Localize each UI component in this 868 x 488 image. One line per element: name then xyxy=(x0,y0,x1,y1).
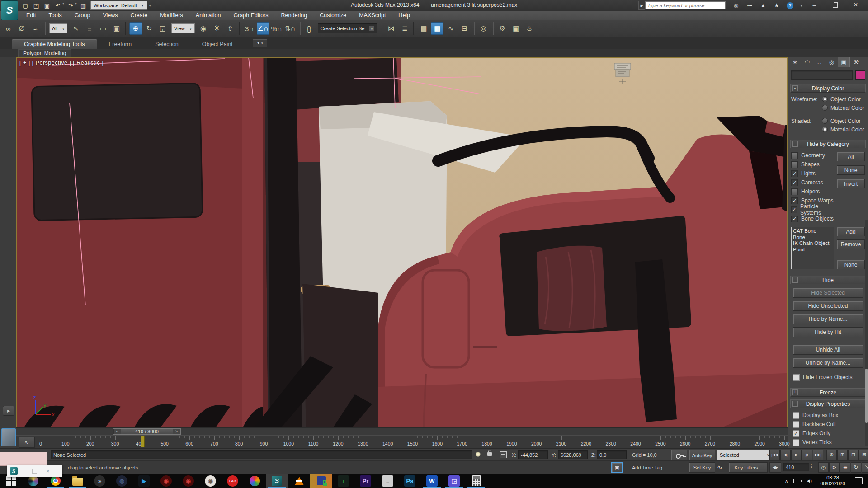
expand-panel-arrow-button[interactable]: ▶ xyxy=(3,406,14,416)
z-coordinate-field[interactable]: 0,0 xyxy=(597,450,627,459)
none-button[interactable]: None xyxy=(837,165,865,175)
named-selection-sets[interactable]: Create Selection Se∨ xyxy=(318,23,377,33)
current-frame-marker[interactable] xyxy=(141,436,145,447)
option-edges-only[interactable]: ✓Edges Only xyxy=(793,429,865,438)
restore-button[interactable] xyxy=(825,0,845,10)
selection-lock-bulb-icon[interactable] xyxy=(476,452,481,457)
go-to-end[interactable]: ▶▶| xyxy=(813,450,823,460)
add-time-tag[interactable]: Add Time Tag xyxy=(632,465,662,470)
schematic-view[interactable]: ⊟ xyxy=(458,22,471,35)
reference-coordinate-system[interactable]: View∨ xyxy=(171,23,195,33)
time-slider-track[interactable]: < 410 / 3000 > xyxy=(16,427,788,436)
rollout-header-hide-by-category[interactable]: - Hide by Category xyxy=(790,140,866,148)
app-light-disc[interactable]: ◉ xyxy=(199,474,222,488)
auto-key-button[interactable]: Auto Key xyxy=(689,450,715,461)
option-backface-cull[interactable]: Backface Cull xyxy=(793,420,865,429)
command-tab-create[interactable]: ∗ xyxy=(789,57,801,67)
set-keys-button[interactable] xyxy=(671,450,687,461)
remove-button[interactable]: Remove xyxy=(837,239,865,249)
battery-icon[interactable] xyxy=(793,479,801,483)
save-file-icon[interactable]: ▣ xyxy=(42,1,52,9)
perspective-viewport[interactable]: [ + ] [ Perspective ] [ Realistic ] x y … xyxy=(16,57,788,428)
category-cameras[interactable]: ✓Cameras xyxy=(791,178,834,187)
keyboard-shortcut-override[interactable]: ⇧ xyxy=(224,22,237,35)
notes-app[interactable]: ≡ xyxy=(377,474,399,488)
selection-filter[interactable]: All∨ xyxy=(49,23,67,33)
material-editor[interactable]: ◎ xyxy=(477,22,490,35)
current-frame-field[interactable]: 410 xyxy=(783,463,809,471)
manage-layers[interactable]: ▤ xyxy=(417,22,430,35)
menu-group[interactable]: Group xyxy=(68,12,97,19)
add-button[interactable]: Add xyxy=(837,227,865,236)
orbit[interactable]: ↻ xyxy=(851,462,861,473)
category-lights[interactable]: ✓Lights xyxy=(791,169,834,178)
hide-by-hitbutton[interactable]: Hide by Hit xyxy=(793,327,863,337)
next-frame-button[interactable]: > xyxy=(173,429,180,434)
menu-create[interactable]: Create xyxy=(124,12,154,19)
percent-snap-toggle[interactable]: %∩ xyxy=(270,22,283,35)
select-and-link[interactable]: ∞ xyxy=(2,22,14,35)
new-scene-icon[interactable]: ▢ xyxy=(21,1,30,9)
archive-lock-app[interactable] xyxy=(310,474,332,488)
object-name-field[interactable] xyxy=(791,70,853,80)
menu-customize[interactable]: Customize xyxy=(313,12,353,19)
command-tab-motion[interactable]: ◎ xyxy=(826,57,838,67)
unhide-allbutton[interactable]: Unhide All xyxy=(793,345,863,355)
ribbon-tab-graphite-modeling-tools[interactable]: Graphite Modeling Tools xyxy=(12,39,97,49)
menu-modifiers[interactable]: Modifiers xyxy=(154,12,189,19)
action-center-icon[interactable] xyxy=(855,477,863,484)
wireframe-object-color-radio[interactable]: Object Color xyxy=(822,95,865,103)
communication-center-icon[interactable]: ▲ xyxy=(760,2,767,9)
selection-filter-flyout[interactable]: ⊳ xyxy=(829,462,840,473)
help-flyout-icon[interactable]: ▼ xyxy=(800,4,803,7)
floating-window-content[interactable] xyxy=(0,452,47,466)
render-production[interactable]: ♨ xyxy=(523,22,536,35)
search-input[interactable] xyxy=(645,1,726,9)
key-mode-toggle[interactable]: ◀▶ xyxy=(769,462,781,473)
app-red-disc-2[interactable]: ◉ xyxy=(177,474,199,488)
expand-icon[interactable]: + xyxy=(792,389,798,395)
open-file-icon[interactable]: ◳ xyxy=(32,1,41,9)
app-violet[interactable]: ◲ xyxy=(443,474,465,488)
key-mode-select[interactable]: Selected∨ xyxy=(717,450,772,460)
file-explorer[interactable] xyxy=(66,474,89,488)
collapse-icon[interactable]: - xyxy=(792,401,798,407)
select-by-name[interactable]: ≡ xyxy=(83,22,96,35)
category-shapes[interactable]: Shapes xyxy=(791,160,834,169)
ribbon-panel-polygon-modeling[interactable]: Polygon Modeling xyxy=(18,49,71,57)
app-dark-disc[interactable]: ◍ xyxy=(111,474,133,488)
collapse-icon[interactable]: - xyxy=(792,141,798,147)
spinner-snap-toggle[interactable]: ⇅∩ xyxy=(284,22,297,35)
unhide-by-name-button[interactable]: Unhide by Name... xyxy=(793,358,863,368)
restore-icon[interactable] xyxy=(32,469,37,474)
zoom[interactable]: ⊕ xyxy=(826,450,837,460)
frame-spinner[interactable]: ▲▼ xyxy=(810,463,813,469)
menu-rendering[interactable]: Rendering xyxy=(275,12,314,19)
key-icon[interactable]: ⊶ xyxy=(746,2,753,9)
rollout-header-freeze[interactable]: + Freeze xyxy=(790,388,866,397)
x-coordinate-field[interactable]: -44,852 xyxy=(518,450,548,459)
tray-clock[interactable]: 03:28 08/02/2020 xyxy=(813,475,852,487)
isolate-selection-toggle[interactable]: ▣ xyxy=(611,462,623,473)
rollout-header-hide[interactable]: - Hide xyxy=(790,276,866,284)
floating-window-title-bar[interactable]: S × xyxy=(7,465,62,477)
select-object[interactable]: ↖ xyxy=(70,22,82,35)
menu-animation[interactable]: Animation xyxy=(189,12,227,19)
none-button[interactable]: None xyxy=(837,260,865,269)
menu-graph-editors[interactable]: Graph Editors xyxy=(227,12,274,19)
align[interactable]: ≣ xyxy=(398,22,411,35)
go-to-start[interactable]: |◀◀ xyxy=(769,450,780,460)
option-vertex-ticks[interactable]: Vertex Ticks xyxy=(793,438,865,447)
new-key-curve-icon[interactable]: ∿ xyxy=(717,464,722,471)
previous-frame[interactable]: ◀| xyxy=(780,450,791,460)
ribbon-tab-object-paint[interactable]: Object Paint xyxy=(190,40,245,49)
minimize-button[interactable]: – xyxy=(804,0,825,10)
command-tab-modify[interactable]: ◠ xyxy=(801,57,813,67)
snap-toggle-3d[interactable]: 3∩ xyxy=(243,22,256,35)
menu-edit[interactable]: Edit xyxy=(20,12,42,19)
close-button[interactable]: × xyxy=(845,0,866,10)
lock-icon[interactable] xyxy=(487,450,492,456)
time-slider[interactable]: < 410 / 3000 > xyxy=(113,428,181,435)
next-frame[interactable]: |▶ xyxy=(802,450,812,460)
panel-scrollbar[interactable] xyxy=(865,220,868,446)
